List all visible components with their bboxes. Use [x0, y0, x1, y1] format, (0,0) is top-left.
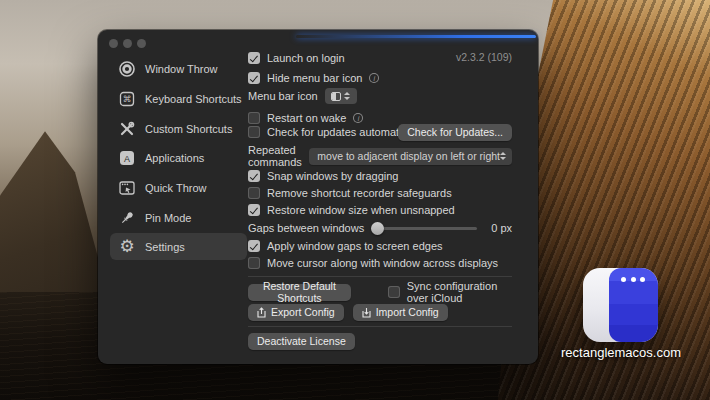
sidebar-label: Quick Throw: [145, 182, 207, 194]
slider-knob[interactable]: [371, 222, 384, 235]
gaps-value: 0 px: [484, 222, 512, 234]
restore-default-shortcuts-button[interactable]: Restore Default Shortcuts: [248, 284, 351, 301]
stepper-icon: [500, 152, 506, 160]
checkbox-label: Remove shortcut recorder safeguards: [267, 187, 452, 199]
sidebar-label: Settings: [145, 241, 185, 253]
menu-bar-icon-row: Menu bar icon: [248, 87, 512, 105]
app-store-icon: A: [117, 148, 137, 168]
menu-bar-icon-select[interactable]: [325, 88, 357, 104]
window-cursor-icon: [117, 178, 137, 198]
stepper-icon: [344, 92, 350, 100]
snap-dragging-row[interactable]: Snap windows by dragging: [248, 167, 512, 185]
export-config-button[interactable]: Export Config: [248, 304, 344, 321]
window-throw-icon: [117, 59, 137, 79]
pushpin-icon: [117, 208, 137, 228]
export-import-row: Export Config Import Config: [248, 303, 512, 321]
gear-icon: ⚙: [117, 237, 137, 257]
gaps-label: Gaps between windows: [248, 222, 364, 234]
sidebar-label: Pin Mode: [145, 212, 191, 224]
sync-icloud-checkbox[interactable]: [388, 286, 400, 298]
sidebar-item-keyboard-shortcuts[interactable]: ⌘ Keyboard Shortcuts: [110, 85, 247, 112]
sidebar-item-settings[interactable]: ⚙ Settings: [110, 233, 247, 260]
rectangle-glyph-icon: [331, 92, 341, 101]
svg-text:A: A: [124, 153, 130, 163]
remove-safeguards-checkbox[interactable]: [248, 187, 260, 199]
button-label: Export Config: [271, 306, 335, 318]
command-key-icon: ⌘: [117, 89, 137, 109]
repeated-commands-select[interactable]: move to adjacent display on left or righ…: [309, 148, 512, 165]
move-cursor-row[interactable]: Move cursor along with window across dis…: [248, 254, 512, 272]
slider-track[interactable]: [371, 227, 477, 230]
checkbox-label: Move cursor along with window across dis…: [267, 257, 498, 269]
divider: [248, 326, 512, 327]
checkbox-label: Sync configuration over iCloud: [407, 280, 512, 304]
launch-on-login-checkbox[interactable]: [248, 52, 260, 64]
launch-on-login-row[interactable]: Launch on login: [248, 49, 512, 67]
apply-gaps-row[interactable]: Apply window gaps to screen edges: [248, 237, 512, 255]
gaps-row: Gaps between windows 0 px: [248, 219, 512, 237]
site-url-label: rectanglemacos.com: [552, 345, 690, 360]
check-for-updates-button[interactable]: Check for Updates...: [398, 124, 512, 141]
hide-menu-bar-icon-row[interactable]: Hide menu bar icon: [248, 69, 512, 87]
sidebar-item-applications[interactable]: A Applications: [110, 144, 247, 171]
divider: [248, 276, 512, 277]
sidebar: Window Throw ⌘ Keyboard Shortcuts Custom…: [110, 30, 248, 364]
restore-size-checkbox[interactable]: [248, 204, 260, 216]
sidebar-label: Window Throw: [145, 63, 218, 75]
sidebar-label: Custom Shortcuts: [145, 123, 232, 135]
info-icon[interactable]: [353, 113, 363, 123]
crossed-tools-icon: [117, 119, 137, 139]
restore-defaults-row: Restore Default Shortcuts Sync configura…: [248, 283, 512, 301]
sidebar-item-pin-mode[interactable]: Pin Mode: [110, 204, 247, 231]
move-cursor-checkbox[interactable]: [248, 257, 260, 269]
snap-dragging-checkbox[interactable]: [248, 170, 260, 182]
selected-option: move to adjacent display on left or righ…: [317, 150, 500, 162]
rectangle-icon-blue-pane: [609, 268, 658, 342]
deactivate-license-row: Deactivate License: [248, 332, 512, 350]
rectangle-app-icon[interactable]: [583, 268, 658, 342]
deactivate-license-button[interactable]: Deactivate License: [248, 333, 355, 350]
checkbox-label: Restore window size when unsnapped: [267, 204, 455, 216]
remove-safeguards-row[interactable]: Remove shortcut recorder safeguards: [248, 184, 512, 202]
import-config-button[interactable]: Import Config: [353, 304, 448, 321]
sidebar-label: Applications: [145, 152, 204, 164]
download-icon: [362, 307, 371, 318]
repeated-commands-row: Repeated commands move to adjacent displ…: [248, 147, 512, 165]
repeated-commands-label: Repeated commands: [248, 144, 302, 168]
checkbox-label: Hide menu bar icon: [267, 72, 362, 84]
sidebar-item-quick-throw[interactable]: Quick Throw: [110, 174, 247, 201]
sidebar-item-window-throw[interactable]: Window Throw: [110, 55, 247, 82]
restore-size-row[interactable]: Restore window size when unsnapped: [248, 201, 512, 219]
button-label: Import Config: [376, 306, 439, 318]
rectangle-settings-window: Window Throw ⌘ Keyboard Shortcuts Custom…: [98, 30, 538, 364]
checkbox-label: Launch on login: [267, 52, 345, 64]
checkbox-label: Apply window gaps to screen edges: [267, 240, 443, 252]
apply-gaps-checkbox[interactable]: [248, 240, 260, 252]
hide-menu-bar-icon-checkbox[interactable]: [248, 72, 260, 84]
check-updates-checkbox[interactable]: [248, 126, 260, 138]
share-up-icon: [257, 307, 266, 318]
settings-pane: v2.3.2 (109) Launch on login Hide menu b…: [248, 30, 512, 364]
window-dots-icon: [621, 277, 645, 282]
menu-bar-icon-label: Menu bar icon: [248, 90, 318, 102]
svg-text:⌘: ⌘: [123, 94, 132, 104]
desktop: Window Throw ⌘ Keyboard Shortcuts Custom…: [0, 0, 710, 400]
check-updates-row: Check for updates automatically Check fo…: [248, 123, 512, 141]
sidebar-label: Keyboard Shortcuts: [145, 93, 242, 105]
sidebar-item-custom-shortcuts[interactable]: Custom Shortcuts: [110, 115, 247, 142]
gaps-slider[interactable]: [371, 222, 477, 235]
info-icon[interactable]: [369, 73, 379, 83]
checkbox-label: Snap windows by dragging: [267, 170, 398, 182]
